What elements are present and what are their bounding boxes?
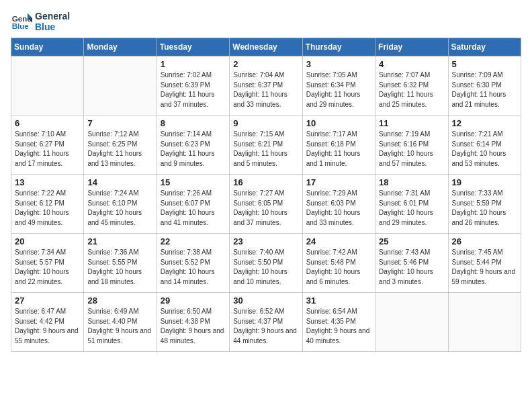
day-info: Sunrise: 7:36 AMSunset: 5:55 PMDaylight:… xyxy=(87,248,152,287)
day-number: 30 xyxy=(233,295,298,306)
day-info: Sunrise: 7:45 AMSunset: 5:44 PMDaylight:… xyxy=(452,248,517,287)
calendar-cell xyxy=(11,56,84,116)
day-number: 3 xyxy=(306,59,371,69)
day-info: Sunrise: 6:52 AMSunset: 4:37 PMDaylight:… xyxy=(233,307,298,346)
calendar-cell: 3Sunrise: 7:05 AMSunset: 6:34 PMDaylight… xyxy=(302,56,375,116)
calendar-cell: 24Sunrise: 7:42 AMSunset: 5:48 PMDayligh… xyxy=(302,234,375,293)
day-number: 20 xyxy=(15,236,80,246)
logo: General Blue General Blue xyxy=(11,11,70,32)
calendar-cell: 13Sunrise: 7:22 AMSunset: 6:12 PMDayligh… xyxy=(11,175,84,234)
logo-blue: Blue xyxy=(35,21,70,32)
weekday-header-sunday: Sunday xyxy=(11,38,84,56)
day-info: Sunrise: 7:38 AMSunset: 5:52 PMDaylight:… xyxy=(161,248,226,287)
calendar-week-4: 20Sunrise: 7:34 AMSunset: 5:57 PMDayligh… xyxy=(11,234,521,293)
calendar-cell: 6Sunrise: 7:10 AMSunset: 6:27 PMDaylight… xyxy=(11,116,84,175)
calendar-cell xyxy=(84,56,157,116)
weekday-header-monday: Monday xyxy=(84,38,157,56)
calendar-cell: 25Sunrise: 7:43 AMSunset: 5:46 PMDayligh… xyxy=(375,234,448,293)
day-number: 16 xyxy=(233,177,298,187)
calendar-cell: 2Sunrise: 7:04 AMSunset: 6:37 PMDaylight… xyxy=(230,56,302,116)
day-number: 25 xyxy=(379,236,444,246)
day-number: 5 xyxy=(452,59,517,69)
day-number: 1 xyxy=(161,59,226,69)
day-number: 17 xyxy=(306,177,371,187)
day-info: Sunrise: 7:12 AMSunset: 6:25 PMDaylight:… xyxy=(87,130,152,169)
day-info: Sunrise: 6:54 AMSunset: 4:35 PMDaylight:… xyxy=(306,307,371,346)
day-info: Sunrise: 7:42 AMSunset: 5:48 PMDaylight:… xyxy=(306,248,371,287)
calendar-cell xyxy=(448,293,521,352)
logo-general: General xyxy=(35,11,70,21)
day-info: Sunrise: 7:05 AMSunset: 6:34 PMDaylight:… xyxy=(306,71,371,109)
calendar-week-2: 6Sunrise: 7:10 AMSunset: 6:27 PMDaylight… xyxy=(11,116,521,175)
calendar-cell: 29Sunrise: 6:50 AMSunset: 4:38 PMDayligh… xyxy=(157,293,229,352)
day-number: 29 xyxy=(161,295,226,306)
weekday-header-wednesday: Wednesday xyxy=(230,38,302,56)
day-info: Sunrise: 7:21 AMSunset: 6:14 PMDaylight:… xyxy=(452,130,517,169)
calendar-cell: 12Sunrise: 7:21 AMSunset: 6:14 PMDayligh… xyxy=(448,116,521,175)
calendar-cell: 4Sunrise: 7:07 AMSunset: 6:32 PMDaylight… xyxy=(375,56,448,116)
calendar-cell: 8Sunrise: 7:14 AMSunset: 6:23 PMDaylight… xyxy=(157,116,229,175)
calendar-table: SundayMondayTuesdayWednesdayThursdayFrid… xyxy=(11,38,521,352)
calendar-cell: 31Sunrise: 6:54 AMSunset: 4:35 PMDayligh… xyxy=(302,293,375,352)
calendar-cell: 17Sunrise: 7:29 AMSunset: 6:03 PMDayligh… xyxy=(302,175,375,234)
calendar-cell: 16Sunrise: 7:27 AMSunset: 6:05 PMDayligh… xyxy=(230,175,302,234)
calendar-cell: 18Sunrise: 7:31 AMSunset: 6:01 PMDayligh… xyxy=(375,175,448,234)
day-number: 19 xyxy=(452,177,517,187)
day-info: Sunrise: 7:02 AMSunset: 6:39 PMDaylight:… xyxy=(161,71,226,109)
day-info: Sunrise: 7:31 AMSunset: 6:01 PMDaylight:… xyxy=(379,189,444,228)
logo-icon: General Blue xyxy=(11,11,32,32)
calendar-cell: 5Sunrise: 7:09 AMSunset: 6:30 PMDaylight… xyxy=(448,56,521,116)
calendar-cell: 14Sunrise: 7:24 AMSunset: 6:10 PMDayligh… xyxy=(84,175,157,234)
day-number: 21 xyxy=(87,236,152,246)
calendar-cell: 7Sunrise: 7:12 AMSunset: 6:25 PMDaylight… xyxy=(84,116,157,175)
day-number: 28 xyxy=(87,295,152,306)
day-number: 7 xyxy=(87,118,152,128)
svg-text:Blue: Blue xyxy=(12,22,30,30)
calendar-cell: 11Sunrise: 7:19 AMSunset: 6:16 PMDayligh… xyxy=(375,116,448,175)
calendar-week-5: 27Sunrise: 6:47 AMSunset: 4:42 PMDayligh… xyxy=(11,293,521,352)
weekday-header-tuesday: Tuesday xyxy=(157,38,229,56)
day-info: Sunrise: 6:49 AMSunset: 4:40 PMDaylight:… xyxy=(87,307,152,346)
day-info: Sunrise: 7:34 AMSunset: 5:57 PMDaylight:… xyxy=(15,248,80,287)
day-info: Sunrise: 7:24 AMSunset: 6:10 PMDaylight:… xyxy=(87,189,152,228)
calendar-week-3: 13Sunrise: 7:22 AMSunset: 6:12 PMDayligh… xyxy=(11,175,521,234)
day-number: 22 xyxy=(161,236,226,246)
day-info: Sunrise: 7:04 AMSunset: 6:37 PMDaylight:… xyxy=(233,71,298,109)
day-info: Sunrise: 7:43 AMSunset: 5:46 PMDaylight:… xyxy=(379,248,444,287)
calendar-cell: 20Sunrise: 7:34 AMSunset: 5:57 PMDayligh… xyxy=(11,234,84,293)
day-info: Sunrise: 7:40 AMSunset: 5:50 PMDaylight:… xyxy=(233,248,298,287)
calendar-week-1: 1Sunrise: 7:02 AMSunset: 6:39 PMDaylight… xyxy=(11,56,521,116)
day-info: Sunrise: 7:29 AMSunset: 6:03 PMDaylight:… xyxy=(306,189,371,228)
day-info: Sunrise: 7:22 AMSunset: 6:12 PMDaylight:… xyxy=(15,189,80,228)
calendar-cell: 1Sunrise: 7:02 AMSunset: 6:39 PMDaylight… xyxy=(157,56,229,116)
weekday-header-saturday: Saturday xyxy=(448,38,521,56)
day-number: 26 xyxy=(452,236,517,246)
weekday-header-row: SundayMondayTuesdayWednesdayThursdayFrid… xyxy=(11,38,521,56)
weekday-header-thursday: Thursday xyxy=(302,38,375,56)
day-number: 23 xyxy=(233,236,298,246)
day-info: Sunrise: 7:33 AMSunset: 5:59 PMDaylight:… xyxy=(452,189,517,228)
day-number: 31 xyxy=(306,295,371,306)
day-info: Sunrise: 7:10 AMSunset: 6:27 PMDaylight:… xyxy=(15,130,80,169)
day-info: Sunrise: 7:26 AMSunset: 6:07 PMDaylight:… xyxy=(161,189,226,228)
calendar-cell: 26Sunrise: 7:45 AMSunset: 5:44 PMDayligh… xyxy=(448,234,521,293)
day-info: Sunrise: 7:19 AMSunset: 6:16 PMDaylight:… xyxy=(379,130,444,169)
day-number: 11 xyxy=(379,118,444,128)
day-number: 14 xyxy=(87,177,152,187)
day-number: 2 xyxy=(233,59,298,69)
day-number: 13 xyxy=(15,177,80,187)
day-info: Sunrise: 6:47 AMSunset: 4:42 PMDaylight:… xyxy=(15,307,80,346)
day-info: Sunrise: 7:17 AMSunset: 6:18 PMDaylight:… xyxy=(306,130,371,169)
day-info: Sunrise: 6:50 AMSunset: 4:38 PMDaylight:… xyxy=(161,307,226,346)
calendar-cell: 21Sunrise: 7:36 AMSunset: 5:55 PMDayligh… xyxy=(84,234,157,293)
day-info: Sunrise: 7:27 AMSunset: 6:05 PMDaylight:… xyxy=(233,189,298,228)
calendar-cell: 23Sunrise: 7:40 AMSunset: 5:50 PMDayligh… xyxy=(230,234,302,293)
day-number: 12 xyxy=(452,118,517,128)
calendar-cell: 30Sunrise: 6:52 AMSunset: 4:37 PMDayligh… xyxy=(230,293,302,352)
day-number: 15 xyxy=(161,177,226,187)
day-number: 10 xyxy=(306,118,371,128)
day-number: 4 xyxy=(379,59,444,69)
calendar-cell xyxy=(375,293,448,352)
day-info: Sunrise: 7:07 AMSunset: 6:32 PMDaylight:… xyxy=(379,71,444,109)
calendar-cell: 28Sunrise: 6:49 AMSunset: 4:40 PMDayligh… xyxy=(84,293,157,352)
